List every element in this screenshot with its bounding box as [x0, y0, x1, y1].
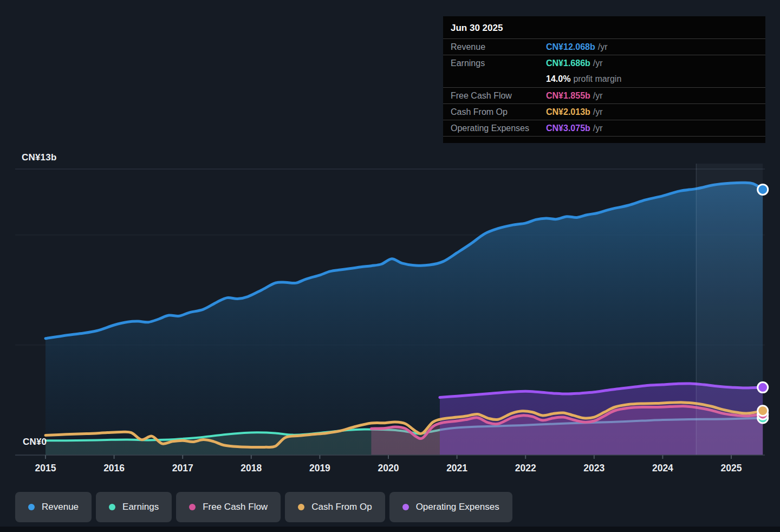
endpoint-marker-cash-from-op[interactable] — [758, 406, 768, 416]
x-axis-year-label: 2022 — [515, 463, 536, 473]
tooltip-row-suffix: profit margin — [573, 74, 621, 84]
tooltip-row-value: CN¥2.013b — [546, 107, 590, 117]
tooltip-row-earnings: EarningsCN¥1.686b/yr — [443, 55, 765, 71]
legend-dot-icon — [298, 504, 304, 510]
legend-item-earnings[interactable]: Earnings — [96, 492, 172, 522]
chart-legend: RevenueEarningsFree Cash FlowCash From O… — [15, 492, 512, 522]
x-axis-year-label: 2016 — [103, 463, 125, 473]
tooltip-row-value: 14.0% — [546, 74, 570, 84]
chart-tooltip: Jun 30 2025 RevenueCN¥12.068b/yrEarnings… — [443, 16, 765, 143]
tooltip-row-value: CN¥3.075b — [546, 124, 590, 133]
tooltip-row-label: Earnings — [451, 59, 546, 68]
legend-item-cash-from-op[interactable]: Cash From Op — [285, 492, 385, 522]
legend-item-label: Revenue — [42, 502, 79, 512]
legend-item-free-cash-flow[interactable]: Free Cash Flow — [176, 492, 281, 522]
legend-dot-icon — [189, 504, 196, 510]
tooltip-row-operating-expenses: Operating ExpensesCN¥3.075b/yr — [443, 120, 765, 136]
tooltip-row-label: Operating Expenses — [451, 124, 546, 133]
tooltip-row-revenue: RevenueCN¥12.068b/yr — [443, 38, 765, 55]
tooltip-row-label: Free Cash Flow — [451, 91, 546, 101]
legend-dot-icon — [28, 504, 35, 510]
x-axis-year-label: 2019 — [309, 463, 330, 473]
tooltip-row-free-cash-flow: Free Cash FlowCN¥1.855b/yr — [443, 87, 765, 103]
x-axis-year-label: 2024 — [652, 463, 673, 473]
tooltip-date: Jun 30 2025 — [443, 16, 765, 38]
legend-dot-icon — [402, 504, 409, 510]
legend-item-revenue[interactable]: Revenue — [15, 492, 92, 522]
y-axis-zero-label: CN¥0 — [23, 437, 47, 447]
legend-item-label: Operating Expenses — [416, 502, 499, 512]
financial-history-page: 2015201620172018201920202021202220232024… — [0, 0, 780, 532]
x-axis-year-label: 2020 — [378, 463, 399, 473]
y-axis-max-label: CN¥13b — [22, 152, 57, 163]
legend-item-label: Free Cash Flow — [203, 502, 268, 512]
tooltip-row-value: CN¥1.855b — [546, 91, 590, 101]
tooltip-row-label: Cash From Op — [451, 107, 546, 117]
x-axis-year-label: 2023 — [583, 463, 604, 473]
endpoint-marker-revenue[interactable] — [758, 184, 768, 194]
tooltip-footer-divider — [443, 136, 765, 143]
legend-item-operating-expenses[interactable]: Operating Expenses — [389, 492, 512, 522]
x-axis-year-label: 2018 — [240, 463, 262, 473]
x-axis-year-label: 2025 — [721, 463, 742, 473]
legend-item-label: Earnings — [122, 502, 159, 512]
tooltip-row-suffix: /yr — [593, 59, 603, 68]
tooltip-row-profit-margin: 14.0%profit margin — [443, 71, 765, 87]
tooltip-row-suffix: /yr — [593, 91, 603, 101]
legend-dot-icon — [109, 504, 115, 510]
tooltip-row-cash-from-op: Cash From OpCN¥2.013b/yr — [443, 103, 765, 120]
x-axis-year-label: 2015 — [35, 463, 56, 473]
legend-item-label: Cash From Op — [311, 502, 372, 512]
tooltip-row-value: CN¥12.068b — [546, 42, 595, 52]
tooltip-row-value: CN¥1.686b — [546, 59, 590, 68]
tooltip-row-label: Revenue — [451, 42, 546, 52]
tooltip-row-suffix: /yr — [593, 107, 603, 117]
recent-period-highlight-band — [696, 164, 763, 455]
endpoint-marker-operating-expenses[interactable] — [758, 382, 768, 393]
tooltip-row-suffix: /yr — [593, 124, 603, 133]
tooltip-row-suffix: /yr — [598, 42, 608, 52]
page-bottom-strip — [0, 527, 780, 532]
x-axis: 2015201620172018201920202021202220232024… — [15, 455, 765, 473]
x-axis-year-label: 2021 — [446, 463, 467, 473]
x-axis-year-label: 2017 — [172, 463, 193, 473]
